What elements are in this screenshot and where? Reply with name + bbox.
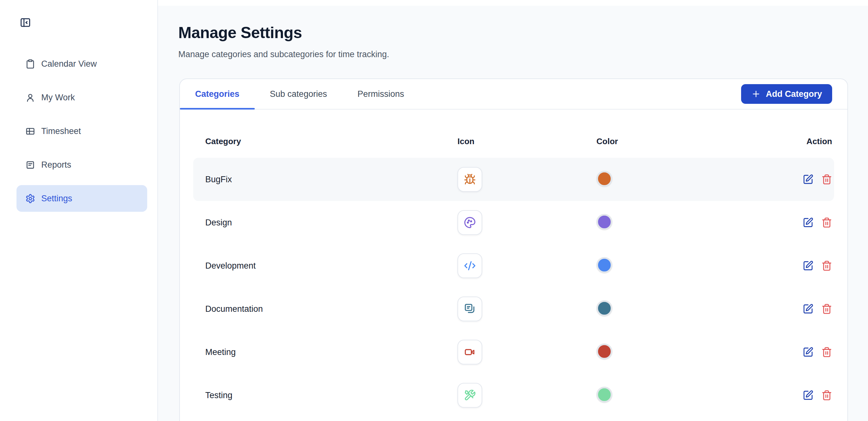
table-row[interactable]: Testing (193, 374, 834, 417)
sidebar-item-calendar-view[interactable]: Calendar View (17, 51, 147, 77)
page-subtitle: Manage categories and subcategories for … (178, 50, 868, 59)
code-icon (464, 260, 476, 272)
trash-icon[interactable] (822, 390, 832, 401)
color-swatch[interactable] (596, 257, 612, 273)
color-swatch[interactable] (596, 214, 612, 230)
category-name: Design (205, 218, 458, 228)
tab-categories[interactable]: Categories (180, 79, 255, 109)
category-name: Testing (205, 391, 458, 400)
column-header-color: Color (596, 137, 794, 146)
tab-bar: Categories Sub categories Permissions Ad… (180, 79, 847, 110)
edit-icon[interactable] (803, 390, 813, 401)
color-swatch[interactable] (596, 300, 612, 316)
sidebar-item-settings[interactable]: Settings (17, 185, 147, 212)
trash-icon[interactable] (822, 347, 832, 358)
trash-icon[interactable] (822, 260, 832, 271)
color-swatch[interactable] (596, 387, 612, 402)
report-icon (25, 160, 35, 170)
category-name: Meeting (205, 347, 458, 357)
sidebar-item-reports[interactable]: Reports (17, 151, 147, 178)
bug-icon (464, 173, 476, 186)
sidebar-nav: Calendar View My Work Timesheet (0, 51, 157, 219)
table-row[interactable]: Development (193, 244, 834, 287)
plus-icon (751, 89, 761, 99)
table-row[interactable]: Design (193, 201, 834, 244)
add-category-button[interactable]: Add Category (741, 84, 832, 104)
column-header-icon: Icon (458, 137, 596, 146)
page-title: Manage Settings (178, 24, 868, 42)
trash-icon[interactable] (822, 304, 832, 314)
category-name: Development (205, 261, 458, 271)
edit-icon[interactable] (803, 174, 813, 185)
category-name: BugFix (205, 175, 458, 185)
clipboard-icon (25, 59, 35, 69)
tab-permissions[interactable]: Permissions (342, 79, 420, 109)
category-icon-tile[interactable] (458, 253, 482, 278)
table-row[interactable]: Meeting (193, 331, 834, 374)
video-icon (464, 346, 476, 358)
categories-table: Category Icon Color Action BugFix (180, 110, 847, 417)
edit-icon[interactable] (803, 217, 813, 228)
sidebar-item-label: Reports (41, 160, 71, 170)
panel-collapse-icon[interactable] (19, 17, 32, 29)
column-header-action: Action (806, 137, 832, 146)
category-icon-tile[interactable] (458, 210, 482, 235)
trash-icon[interactable] (822, 174, 832, 185)
table-icon (25, 127, 35, 136)
category-name: Documentation (205, 304, 458, 314)
copy-docs-icon (464, 303, 476, 315)
category-icon-tile[interactable] (458, 297, 482, 321)
palette-icon (464, 217, 476, 229)
table-header-row: Category Icon Color Action (193, 110, 834, 158)
edit-icon[interactable] (803, 347, 813, 358)
sidebar-item-my-work[interactable]: My Work (17, 84, 147, 111)
trash-icon[interactable] (822, 217, 832, 228)
category-icon-tile[interactable] (458, 340, 482, 364)
table-row[interactable]: Documentation (193, 287, 834, 331)
color-swatch[interactable] (596, 343, 612, 359)
main-content: Manage Settings Manage categories and su… (158, 0, 868, 421)
content-surface: Manage Settings Manage categories and su… (158, 6, 868, 421)
tab-sub-categories[interactable]: Sub categories (255, 79, 342, 109)
sidebar-item-timesheet[interactable]: Timesheet (17, 118, 147, 144)
sidebar-item-label: Settings (41, 194, 72, 203)
table-row[interactable]: BugFix (193, 158, 834, 201)
edit-icon[interactable] (803, 260, 813, 271)
sidebar-item-label: My Work (41, 93, 75, 103)
column-header-category: Category (205, 137, 458, 146)
category-icon-tile[interactable] (458, 167, 482, 192)
color-swatch[interactable] (596, 171, 612, 187)
category-icon-tile[interactable] (458, 383, 482, 408)
settings-card: Categories Sub categories Permissions Ad… (179, 78, 848, 421)
sidebar-item-label: Timesheet (41, 127, 81, 136)
edit-icon[interactable] (803, 304, 813, 314)
user-icon (25, 93, 35, 103)
sidebar: Calendar View My Work Timesheet (0, 0, 158, 421)
sidebar-item-label: Calendar View (41, 59, 97, 69)
gear-icon (25, 194, 35, 203)
tools-icon (464, 389, 476, 401)
